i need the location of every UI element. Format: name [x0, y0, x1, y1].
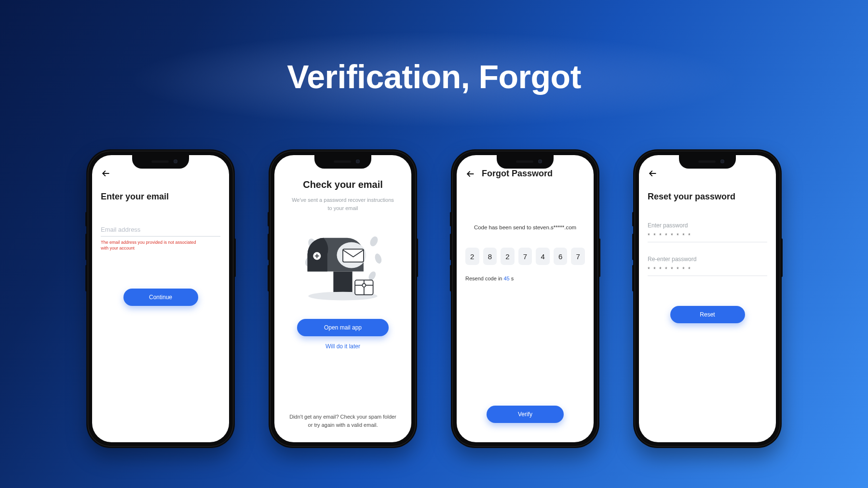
- screen-heading: Reset your password: [648, 192, 767, 202]
- svg-point-16: [362, 284, 366, 287]
- enter-password-label: Enter password: [648, 222, 767, 229]
- continue-button[interactable]: Continue: [123, 289, 198, 306]
- code-digit[interactable]: 7: [571, 248, 585, 265]
- reenter-password-label: Re-enter password: [648, 256, 767, 263]
- resend-timer: Resend code in 45 s: [465, 276, 585, 281]
- code-digit[interactable]: 2: [501, 248, 515, 265]
- verify-button[interactable]: Verify: [487, 406, 564, 423]
- screen-subtext: We've sent a password recover instructio…: [290, 196, 396, 212]
- reenter-password-input[interactable]: * * * * * * * *: [648, 264, 767, 276]
- code-digit[interactable]: 7: [518, 248, 532, 265]
- password-input[interactable]: * * * * * * * *: [648, 231, 767, 242]
- screen-heading: Check your email: [283, 179, 403, 190]
- back-arrow-icon[interactable]: [101, 169, 110, 178]
- code-input-row[interactable]: 2 8 2 7 4 6 7: [465, 248, 585, 265]
- code-digit[interactable]: 2: [465, 248, 479, 265]
- mailbox-illustration-icon: [299, 221, 386, 303]
- svg-rect-7: [343, 249, 364, 262]
- code-sent-text: Code has been send to steven.s*****.com: [465, 224, 585, 230]
- code-digit[interactable]: 8: [483, 248, 497, 265]
- phones-row: Enter your email The email address you p…: [0, 149, 868, 448]
- screen-heading: Forgot Password: [482, 169, 553, 179]
- screen-heading: Enter your email: [101, 192, 220, 202]
- reset-button[interactable]: Reset: [670, 306, 745, 323]
- will-do-later-button[interactable]: Will do it later: [326, 343, 360, 350]
- back-arrow-icon[interactable]: [648, 169, 657, 178]
- page-title: Verification, Forgot: [0, 58, 868, 95]
- code-digit[interactable]: 4: [536, 248, 550, 265]
- error-message: The email address you provided is not as…: [101, 239, 197, 251]
- svg-rect-11: [333, 272, 352, 294]
- phone-enter-email: Enter your email The email address you p…: [86, 149, 235, 448]
- phone-forgot-password: Forgot Password Code has been send to st…: [451, 149, 599, 448]
- svg-point-4: [374, 253, 383, 264]
- phone-check-email: Check your email We've sent a password r…: [269, 149, 417, 448]
- code-digit[interactable]: 6: [554, 248, 568, 265]
- phone-reset-password: Reset your password Enter password * * *…: [633, 149, 782, 448]
- footer-note: Didn't get any email? Check your spam fo…: [287, 413, 399, 429]
- open-mail-app-button[interactable]: Open mail app: [297, 319, 389, 336]
- svg-point-3: [368, 235, 379, 248]
- email-input[interactable]: [101, 224, 220, 237]
- back-arrow-icon[interactable]: [465, 169, 475, 179]
